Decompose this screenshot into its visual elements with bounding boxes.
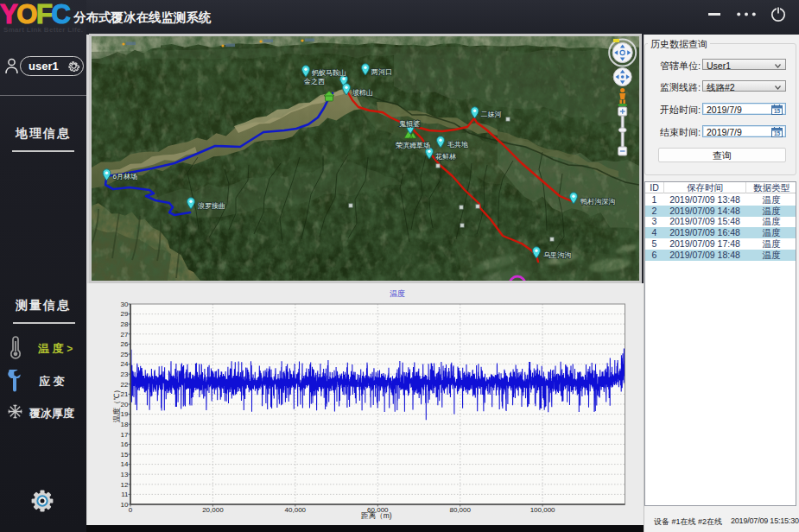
svg-text:14: 14 bbox=[121, 460, 129, 468]
svg-text:乌里沟沟: 乌里沟沟 bbox=[543, 251, 571, 259]
svg-text:100,000: 100,000 bbox=[530, 506, 555, 514]
svg-text:花鲜林: 花鲜林 bbox=[435, 153, 456, 161]
svg-text:24: 24 bbox=[121, 360, 129, 368]
svg-text:23: 23 bbox=[121, 370, 129, 378]
svg-text:15: 15 bbox=[121, 451, 129, 459]
svg-text:15: 15 bbox=[774, 130, 781, 136]
svg-text:12: 12 bbox=[121, 481, 129, 489]
svg-text:坡棉山: 坡棉山 bbox=[352, 89, 373, 97]
svg-text:0: 0 bbox=[129, 506, 133, 514]
svg-text:11: 11 bbox=[121, 491, 129, 498]
svg-text:20,000: 20,000 bbox=[202, 506, 224, 514]
svg-text:29: 29 bbox=[121, 310, 129, 318]
svg-text:20: 20 bbox=[121, 401, 129, 408]
svg-text:17: 17 bbox=[121, 431, 129, 439]
svg-text:10: 10 bbox=[121, 501, 129, 509]
svg-text:浪罗接曲: 浪罗接曲 bbox=[198, 202, 225, 210]
svg-text:鬼招婆: 鬼招婆 bbox=[399, 120, 421, 128]
svg-text:16: 16 bbox=[121, 440, 129, 448]
svg-text:40,000: 40,000 bbox=[285, 506, 307, 514]
svg-text:两河口: 两河口 bbox=[371, 68, 392, 76]
svg-text:鸭村沟深沟: 鸭村沟深沟 bbox=[580, 198, 615, 206]
svg-text:蚂蚁马鞍山: 蚂蚁马鞍山 bbox=[312, 69, 346, 77]
svg-text:26: 26 bbox=[121, 340, 129, 348]
svg-text:金之西: 金之西 bbox=[303, 78, 325, 86]
svg-text:22: 22 bbox=[121, 381, 129, 389]
svg-text:二妹河: 二妹河 bbox=[481, 111, 502, 118]
svg-text:18: 18 bbox=[121, 421, 129, 428]
svg-text:25: 25 bbox=[121, 351, 129, 358]
svg-text:13: 13 bbox=[121, 471, 129, 478]
svg-text:30: 30 bbox=[121, 301, 129, 308]
svg-text:27: 27 bbox=[121, 331, 129, 339]
svg-text:毛共地: 毛共地 bbox=[447, 141, 468, 149]
svg-text:21: 21 bbox=[121, 390, 129, 398]
svg-text:温度（℃）: 温度（℃） bbox=[112, 386, 121, 423]
svg-text:温度: 温度 bbox=[390, 289, 405, 298]
svg-text:15: 15 bbox=[774, 108, 781, 114]
svg-text:荣滨姆草场: 荣滨姆草场 bbox=[396, 142, 430, 149]
svg-text:19: 19 bbox=[121, 410, 129, 418]
svg-text:28: 28 bbox=[121, 320, 129, 328]
svg-text:80,000: 80,000 bbox=[449, 506, 471, 514]
svg-text:距离（m): 距离（m) bbox=[360, 511, 392, 520]
svg-text:6月林场: 6月林场 bbox=[113, 173, 137, 180]
